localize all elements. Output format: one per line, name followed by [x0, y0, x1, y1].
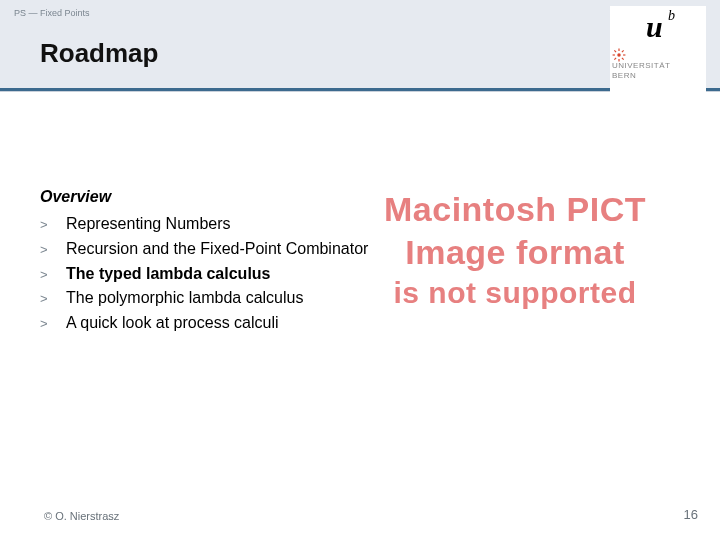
list-item-text: Representing Numbers	[66, 212, 231, 237]
breadcrumb: PS — Fixed Points	[14, 8, 90, 18]
bullet-icon: >	[40, 314, 66, 334]
list-item: > Recursion and the Fixed-Point Combinat…	[40, 237, 680, 262]
bullet-icon: >	[40, 289, 66, 309]
logo-text-line2: BERN	[612, 71, 636, 80]
list-item-text: Recursion and the Fixed-Point Combinator	[66, 237, 368, 262]
svg-line-7	[614, 58, 616, 60]
list-item: > The polymorphic lambda calculus	[40, 286, 680, 311]
svg-line-6	[622, 58, 624, 60]
bullet-icon: >	[40, 215, 66, 235]
logo-u-glyph: u	[646, 10, 663, 44]
header: PS — Fixed Points Roadmap u b	[0, 0, 720, 90]
logo-text-line1: UNIVERSITÄT	[612, 61, 670, 70]
svg-point-0	[617, 53, 621, 57]
bullet-icon: >	[40, 240, 66, 260]
bullet-icon: >	[40, 265, 66, 285]
body: Overview > Representing Numbers > Recurs…	[40, 188, 680, 336]
list-item-text: A quick look at process calculi	[66, 311, 279, 336]
list-item: > The typed lambda calculus	[40, 262, 680, 287]
list-item-text: The polymorphic lambda calculus	[66, 286, 303, 311]
page-number: 16	[684, 507, 698, 522]
overview-heading: Overview	[40, 188, 680, 206]
svg-line-5	[614, 50, 616, 52]
university-logo: u b UNIVERSITÄT	[610, 6, 706, 96]
list-item: > Representing Numbers	[40, 212, 680, 237]
list-item-text: The typed lambda calculus	[66, 262, 271, 287]
footer-author: © O. Nierstrasz	[44, 510, 119, 522]
logo-b-glyph: b	[668, 8, 675, 24]
overview-list: > Representing Numbers > Recursion and t…	[40, 212, 680, 336]
list-item: > A quick look at process calculi	[40, 311, 680, 336]
slide: PS — Fixed Points Roadmap u b	[0, 0, 720, 540]
sun-icon	[612, 48, 626, 62]
svg-line-8	[622, 50, 624, 52]
page-title: Roadmap	[40, 38, 158, 69]
